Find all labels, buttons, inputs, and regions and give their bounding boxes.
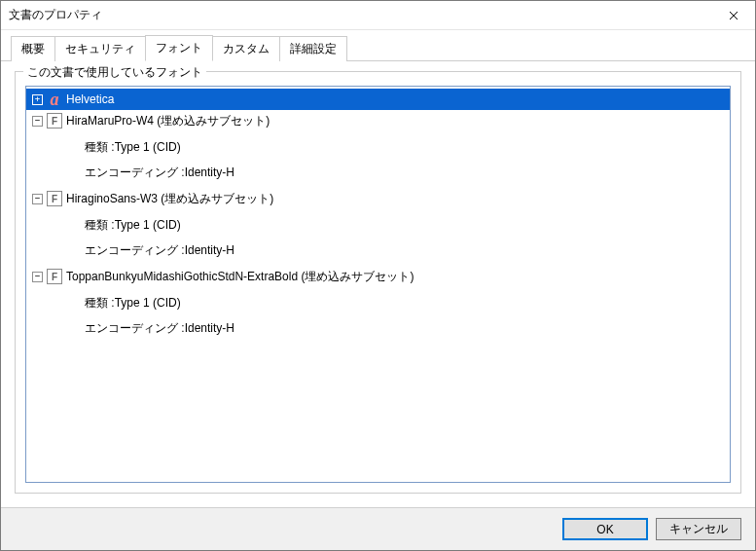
expander-icon[interactable]: −: [32, 272, 43, 282]
close-button[interactable]: [711, 1, 755, 30]
groupbox-legend: この文書で使用しているフォント: [23, 64, 206, 81]
fonts-tree[interactable]: + a Helvetica − F HiraMaruPro-W4 (埋め込みサブ…: [25, 86, 731, 483]
font-type-line: 種類 : Type 1 (CID): [26, 215, 730, 235]
tabstrip: 概要 セキュリティ フォント カスタム 詳細設定: [1, 30, 755, 61]
font-type-line: 種類 : Type 1 (CID): [26, 293, 730, 312]
font-encoding-line: エンコーディング : Identity-H: [26, 163, 730, 182]
tab-custom[interactable]: カスタム: [212, 36, 280, 61]
font-type-a-icon: a: [47, 92, 62, 107]
cancel-button[interactable]: キャンセル: [656, 518, 741, 540]
tab-security[interactable]: セキュリティ: [54, 36, 146, 61]
font-encoding-line: エンコーディング : Identity-H: [26, 318, 730, 338]
dialog-window: 文書のプロパティ 概要 セキュリティ フォント カスタム 詳細設定 この文書で使…: [0, 0, 756, 551]
tree-row[interactable]: + a Helvetica: [26, 89, 730, 110]
font-name-label: HiraMaruPro-W4 (埋め込みサブセット): [66, 113, 270, 129]
expander-icon[interactable]: +: [32, 94, 43, 105]
titlebar: 文書のプロパティ: [1, 1, 755, 30]
tab-advanced[interactable]: 詳細設定: [279, 36, 347, 61]
tab-overview[interactable]: 概要: [11, 36, 55, 61]
font-name-label: Helvetica: [66, 92, 114, 106]
tree-row[interactable]: − F ToppanBunkyuMidashiGothicStdN-ExtraB…: [26, 266, 730, 287]
dialog-footer: OK キャンセル: [1, 507, 755, 550]
font-type-line: 種類 : Type 1 (CID): [26, 137, 730, 157]
font-encoding-line: エンコーディング : Identity-H: [26, 240, 730, 260]
tree-row[interactable]: − F HiraMaruPro-W4 (埋め込みサブセット): [26, 110, 730, 131]
tabpage-fonts: この文書で使用しているフォント + a Helvetica − F HiraMa…: [1, 61, 755, 507]
tab-fonts[interactable]: フォント: [145, 35, 213, 61]
font-name-label: ToppanBunkyuMidashiGothicStdN-ExtraBold …: [66, 269, 414, 285]
window-title: 文書のプロパティ: [9, 7, 711, 23]
font-type-f-icon: F: [47, 191, 62, 206]
expander-icon[interactable]: −: [32, 194, 43, 204]
ok-button[interactable]: OK: [562, 518, 648, 540]
font-name-label: HiraginoSans-W3 (埋め込みサブセット): [66, 191, 273, 207]
fonts-groupbox: この文書で使用しているフォント + a Helvetica − F HiraMa…: [15, 71, 741, 494]
font-type-f-icon: F: [47, 113, 62, 129]
tree-row[interactable]: − F HiraginoSans-W3 (埋め込みサブセット): [26, 188, 730, 209]
font-type-f-icon: F: [47, 269, 62, 284]
close-icon: [729, 11, 738, 20]
expander-icon[interactable]: −: [32, 116, 43, 127]
